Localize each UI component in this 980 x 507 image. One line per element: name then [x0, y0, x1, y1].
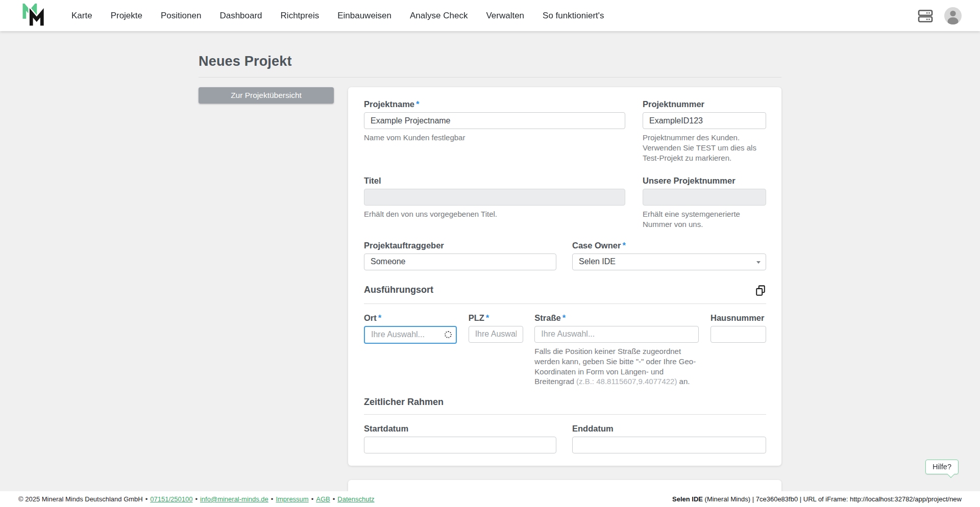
- loading-spinner-icon: [445, 331, 452, 338]
- case-owner-value: Selen IDE: [579, 257, 616, 266]
- unsere-projektnummer-input: [643, 189, 766, 206]
- project-form-card: Projektname* Name vom Kunden festlegbar …: [348, 87, 781, 466]
- footer-copyright: © 2025 Mineral Minds Deutschland GmbH: [18, 495, 143, 503]
- help-button[interactable]: Hilfe?: [925, 460, 959, 474]
- footer-link-impressum[interactable]: Impressum: [276, 495, 308, 503]
- zur-projektuebersicht-button[interactable]: Zur Projektübersicht: [199, 87, 334, 104]
- projektauftraggeber-label: Projektauftraggeber: [364, 241, 556, 250]
- main-nav: Karte Projekte Positionen Dashboard Rich…: [71, 11, 604, 21]
- required-asterisk: *: [486, 313, 489, 322]
- nav-item-dashboard[interactable]: Dashboard: [219, 11, 262, 21]
- projektauftraggeber-input[interactable]: [364, 253, 556, 270]
- projektnummer-helper: Projektnummer des Kunden. Verwenden Sie …: [643, 133, 766, 163]
- ort-input[interactable]: [364, 326, 457, 344]
- enddatum-label: Enddatum: [572, 424, 766, 434]
- case-owner-label: Case Owner*: [572, 241, 766, 250]
- title-divider: [199, 77, 781, 78]
- nav-item-so-funktionierts[interactable]: So funktioniert's: [543, 11, 604, 21]
- required-asterisk: *: [622, 241, 625, 250]
- required-asterisk: *: [378, 313, 381, 322]
- startdatum-input[interactable]: [364, 437, 556, 453]
- strasse-input[interactable]: [534, 326, 699, 343]
- plz-input[interactable]: [469, 326, 523, 343]
- nav-item-karte[interactable]: Karte: [71, 11, 92, 21]
- server-icon[interactable]: [918, 8, 933, 23]
- nav-item-analyse-check[interactable]: Analyse Check: [410, 11, 468, 21]
- nav-item-richtpreis[interactable]: Richtpreis: [281, 11, 320, 21]
- projektname-input[interactable]: [364, 112, 625, 129]
- projektname-label: Projektname*: [364, 99, 625, 109]
- page-title: Neues Projekt: [199, 54, 781, 69]
- unsere-projektnummer-helper: Erhält eine systemgenerierte Nummer von …: [643, 209, 766, 230]
- nav-item-positionen[interactable]: Positionen: [161, 11, 201, 21]
- strasse-helper: Falls die Position keiner Straße zugeord…: [534, 346, 699, 387]
- projektnummer-input[interactable]: [643, 112, 766, 129]
- plz-label: PLZ*: [469, 313, 523, 323]
- zeitlicher-rahmen-section-title: Zeitlicher Rahmen: [364, 397, 444, 408]
- case-owner-select[interactable]: Selen IDE: [572, 253, 766, 270]
- footer-link-agb[interactable]: AGB: [316, 495, 330, 503]
- nav-item-verwalten[interactable]: Verwalten: [486, 11, 524, 21]
- ort-label: Ort*: [364, 313, 457, 323]
- required-asterisk: *: [562, 313, 566, 322]
- titel-input: [364, 189, 625, 206]
- main-content: Neues Projekt Zur Projektübersicht Proje…: [0, 31, 980, 491]
- footer: © 2025 Mineral Minds Deutschland GmbH • …: [0, 491, 980, 507]
- section-divider: [364, 303, 766, 304]
- footer-link-phone[interactable]: 07151/250100: [150, 495, 192, 503]
- user-avatar-icon[interactable]: [944, 7, 962, 24]
- footer-session-info: Selen IDE (Mineral Minds) | 7ce360e83fb0…: [672, 495, 962, 503]
- titel-helper: Erhält den von uns vorgegebenen Titel.: [364, 209, 625, 219]
- projektnummer-label: Projektnummer: [643, 99, 766, 109]
- mineral-minds-logo[interactable]: [22, 4, 46, 28]
- chevron-down-icon: [756, 261, 761, 264]
- unsere-projektnummer-label: Unsere Projektnummer: [643, 176, 766, 186]
- enddatum-input[interactable]: [572, 437, 766, 453]
- hausnummer-label: Hausnummer: [710, 313, 766, 323]
- ausfuehrungsort-section-title: Ausführungsort: [364, 285, 433, 295]
- hausnummer-input[interactable]: [710, 326, 766, 343]
- strasse-label: Straße*: [534, 313, 699, 323]
- footer-link-email[interactable]: info@mineral-minds.de: [200, 495, 268, 503]
- top-navbar: Karte Projekte Positionen Dashboard Rich…: [0, 0, 980, 31]
- required-asterisk: *: [416, 99, 419, 109]
- startdatum-label: Startdatum: [364, 424, 556, 434]
- nav-item-projekte[interactable]: Projekte: [111, 11, 142, 21]
- projektname-helper: Name vom Kunden festlegbar: [364, 133, 625, 143]
- copy-icon[interactable]: [755, 285, 766, 297]
- section-divider: [364, 414, 766, 415]
- titel-label: Titel: [364, 176, 625, 186]
- firmendaten-card: Firmendaten: [348, 480, 781, 491]
- footer-link-datenschutz[interactable]: Datenschutz: [337, 495, 374, 503]
- nav-item-einbauweisen[interactable]: Einbauweisen: [337, 11, 391, 21]
